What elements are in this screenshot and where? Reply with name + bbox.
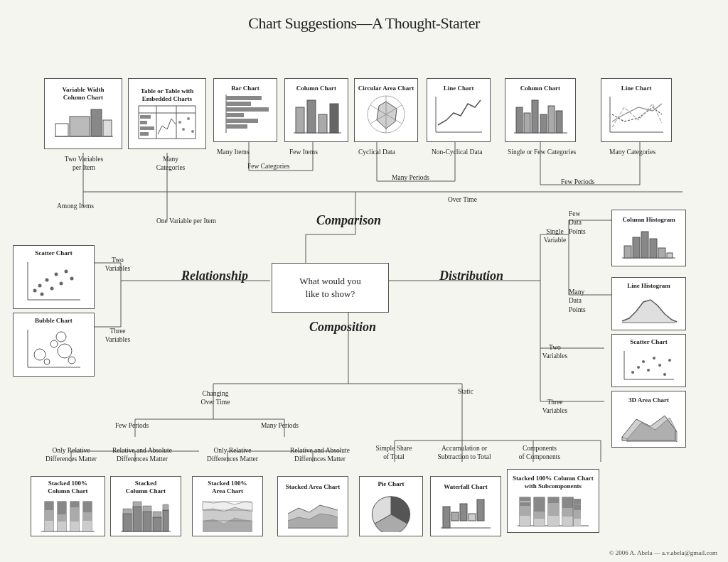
label-many-categories: ManyCategories bbox=[142, 155, 199, 173]
label-two-variables-dist: TwoVariables bbox=[532, 343, 578, 361]
label-only-relative-many: Only RelativeDifferences Matter bbox=[200, 446, 264, 464]
svg-rect-105 bbox=[633, 237, 640, 258]
svg-rect-64 bbox=[140, 115, 151, 119]
svg-rect-191 bbox=[469, 514, 476, 521]
svg-point-143 bbox=[68, 357, 75, 364]
svg-rect-148 bbox=[45, 510, 53, 521]
chart-line-histogram: Line Histogram bbox=[611, 277, 686, 330]
svg-rect-168 bbox=[143, 506, 151, 512]
label-noncyclical: Non-Cyclical Data bbox=[432, 148, 483, 156]
label-few-items: Few Items bbox=[289, 148, 318, 156]
svg-rect-57 bbox=[91, 109, 102, 136]
svg-point-128 bbox=[33, 288, 36, 292]
chart-scatter-distribution: Scatter Chart bbox=[611, 334, 686, 387]
page: Chart Suggestions—A Thought-Starter bbox=[0, 0, 728, 562]
svg-rect-164 bbox=[123, 509, 132, 514]
svg-rect-65 bbox=[140, 121, 147, 124]
svg-rect-192 bbox=[477, 499, 484, 521]
svg-point-131 bbox=[45, 278, 48, 281]
label-among-items: Among Items bbox=[57, 202, 94, 210]
label-many-periods: Many Periods bbox=[392, 173, 429, 182]
svg-rect-153 bbox=[58, 522, 66, 531]
svg-rect-108 bbox=[658, 248, 665, 258]
chart-stacked-area: Stacked Area Chart bbox=[277, 476, 348, 536]
svg-point-134 bbox=[59, 281, 63, 285]
chart-stacked100-col: Stacked 100%Column Chart bbox=[31, 476, 105, 536]
svg-rect-149 bbox=[45, 521, 53, 531]
section-comparison: Comparison bbox=[316, 213, 381, 228]
svg-rect-99 bbox=[548, 106, 555, 133]
label-two-variables: Two Variablesper Item bbox=[52, 155, 116, 173]
label-few-periods-comp: Few Periods bbox=[115, 421, 149, 430]
chart-stacked100-sub: Stacked 100% Column Chartwith Subcompone… bbox=[507, 469, 599, 533]
label-few-periods-top: Few Periods bbox=[561, 178, 594, 186]
footer-credit: © 2006 A. Abela — a.v.abela@gmail.com bbox=[609, 549, 717, 556]
svg-point-130 bbox=[40, 292, 43, 296]
svg-rect-98 bbox=[540, 114, 547, 133]
svg-rect-96 bbox=[524, 113, 530, 133]
svg-rect-77 bbox=[226, 119, 258, 123]
svg-rect-78 bbox=[226, 124, 247, 129]
label-two-variables-rel: TwoVariables bbox=[98, 256, 137, 274]
svg-point-116 bbox=[647, 369, 650, 372]
svg-rect-190 bbox=[460, 504, 467, 521]
chart-circular-area: Circular Area Chart bbox=[354, 78, 418, 142]
label-changing-over-time: ChangingOver Time bbox=[187, 389, 244, 407]
chart-column-histogram: Column Histogram bbox=[611, 210, 686, 266]
svg-point-132 bbox=[50, 286, 53, 290]
svg-rect-172 bbox=[163, 504, 168, 510]
page-title: Chart Suggestions—A Thought-Starter bbox=[7, 7, 721, 33]
svg-point-117 bbox=[653, 357, 655, 360]
svg-rect-76 bbox=[226, 113, 244, 117]
svg-rect-75 bbox=[226, 107, 269, 112]
svg-rect-206 bbox=[548, 516, 559, 526]
svg-rect-56 bbox=[70, 117, 90, 136]
svg-rect-196 bbox=[520, 506, 530, 516]
svg-point-139 bbox=[34, 349, 46, 360]
svg-point-142 bbox=[58, 344, 72, 358]
svg-rect-163 bbox=[123, 514, 132, 531]
label-few-data-points: FewDataPoints bbox=[569, 210, 608, 236]
svg-rect-67 bbox=[140, 132, 149, 136]
label-only-relative-few: Only RelativeDifferences Matter bbox=[39, 446, 103, 464]
svg-rect-159 bbox=[83, 502, 92, 512]
chart-column-few: Column Chart bbox=[284, 78, 348, 142]
label-over-time: Over Time bbox=[448, 195, 477, 204]
svg-point-71 bbox=[191, 130, 194, 133]
label-simple-share: Simple Shareof Total bbox=[365, 444, 422, 462]
label-many-items: Many Items bbox=[217, 148, 250, 156]
svg-rect-152 bbox=[58, 514, 66, 522]
label-few-categories: Few Categories bbox=[247, 162, 289, 171]
svg-rect-189 bbox=[451, 512, 459, 521]
section-distribution: Distribution bbox=[439, 269, 503, 283]
svg-rect-106 bbox=[641, 232, 648, 258]
svg-rect-169 bbox=[153, 517, 161, 531]
svg-rect-167 bbox=[143, 512, 151, 531]
svg-rect-109 bbox=[667, 253, 673, 258]
svg-point-120 bbox=[668, 359, 671, 362]
label-many-periods-comp: Many Periods bbox=[261, 421, 299, 430]
svg-rect-81 bbox=[307, 100, 316, 133]
svg-point-136 bbox=[70, 276, 73, 280]
label-accumulation: Accumulation orSubtraction to Total bbox=[432, 444, 496, 462]
svg-rect-151 bbox=[58, 502, 66, 514]
chart-3d-area: 3D Area Chart bbox=[611, 391, 686, 448]
svg-rect-208 bbox=[562, 497, 573, 508]
svg-point-140 bbox=[50, 340, 58, 347]
svg-rect-201 bbox=[534, 512, 545, 519]
svg-rect-156 bbox=[70, 507, 79, 522]
svg-point-118 bbox=[658, 364, 661, 367]
svg-rect-147 bbox=[45, 502, 53, 510]
svg-rect-104 bbox=[624, 246, 631, 258]
svg-rect-107 bbox=[650, 239, 657, 258]
label-three-variables-dist: ThreeVariables bbox=[532, 398, 578, 416]
svg-point-135 bbox=[64, 269, 68, 273]
section-relationship: Relationship bbox=[181, 269, 248, 283]
svg-point-129 bbox=[38, 283, 41, 287]
chart-scatter-rel: Scatter Chart bbox=[13, 245, 95, 309]
svg-rect-171 bbox=[163, 510, 168, 531]
svg-rect-170 bbox=[153, 512, 161, 517]
svg-rect-214 bbox=[574, 510, 581, 519]
svg-point-141 bbox=[44, 359, 50, 364]
svg-rect-166 bbox=[133, 502, 141, 507]
